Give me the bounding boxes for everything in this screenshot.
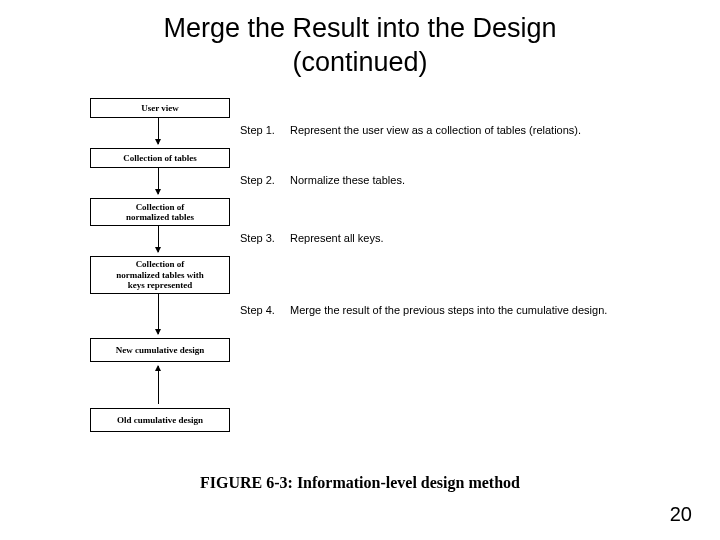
step1-desc: Represent the user view as a collection … xyxy=(290,124,581,138)
box-old-cumulative: Old cumulative design xyxy=(90,408,230,432)
step4-label: Step 4. xyxy=(240,304,275,316)
figure-caption: FIGURE 6-3: Information-level design met… xyxy=(0,474,720,492)
arrow-2-3 xyxy=(158,168,159,194)
page-number: 20 xyxy=(670,503,692,526)
arrow-3-4 xyxy=(158,226,159,252)
title-line-2: (continued) xyxy=(292,47,427,77)
arrow-6-5 xyxy=(158,366,159,404)
box-new-cumulative: New cumulative design xyxy=(90,338,230,362)
box-user-view: User view xyxy=(90,98,230,118)
step4-desc: Merge the result of the previous steps i… xyxy=(290,304,607,318)
step1-label: Step 1. xyxy=(240,124,275,136)
step2-desc: Normalize these tables. xyxy=(290,174,405,188)
box-normalized-tables: Collection of normalized tables xyxy=(90,198,230,226)
step3-label: Step 3. xyxy=(240,232,275,244)
arrow-4-5 xyxy=(158,294,159,334)
title-line-1: Merge the Result into the Design xyxy=(163,13,556,43)
box-keys-represented: Collection of normalized tables with key… xyxy=(90,256,230,294)
step2-label: Step 2. xyxy=(240,174,275,186)
box-collection-tables: Collection of tables xyxy=(90,148,230,168)
arrow-1-2 xyxy=(158,118,159,144)
flow-diagram: User view Step 1. Represent the user vie… xyxy=(90,98,650,468)
step3-desc: Represent all keys. xyxy=(290,232,384,246)
